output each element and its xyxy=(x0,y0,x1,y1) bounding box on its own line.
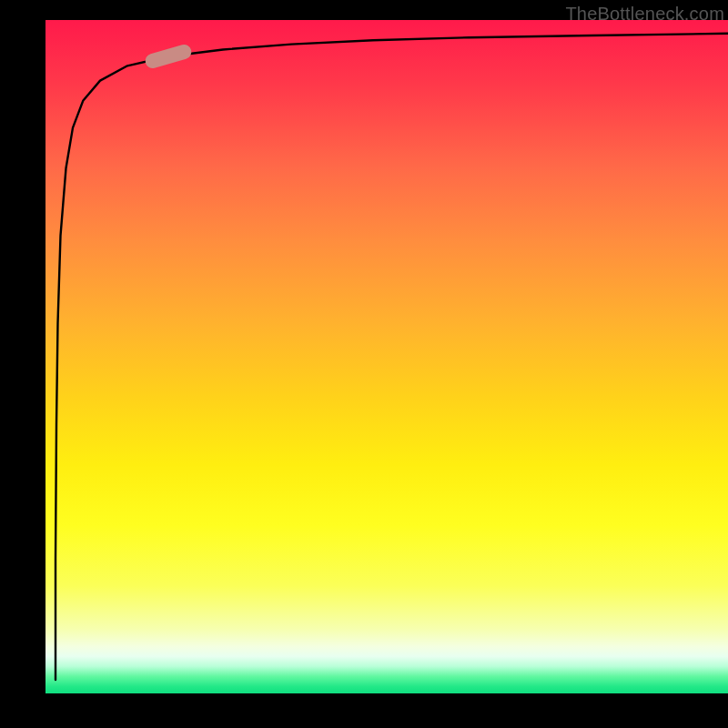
attribution-text: TheBottleneck.com xyxy=(565,4,724,25)
plot-area xyxy=(46,20,728,693)
chart-stage: TheBottleneck.com xyxy=(0,0,728,728)
